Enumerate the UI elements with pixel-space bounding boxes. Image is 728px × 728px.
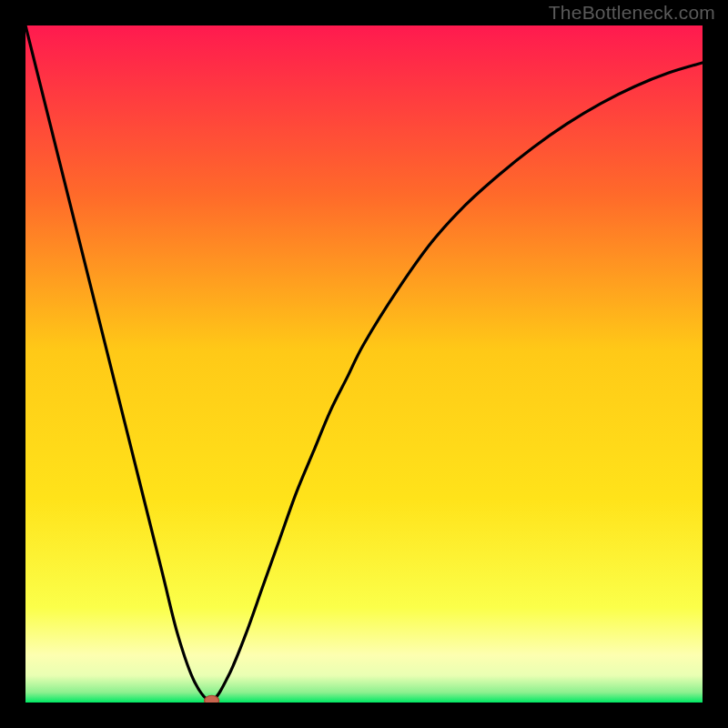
chart-frame: TheBottleneck.com [0, 0, 728, 728]
chart-svg [25, 25, 703, 703]
plot-area [25, 25, 703, 703]
gradient-background [25, 25, 703, 703]
watermark-text: TheBottleneck.com [549, 2, 715, 24]
optimal-point-marker [205, 695, 219, 703]
